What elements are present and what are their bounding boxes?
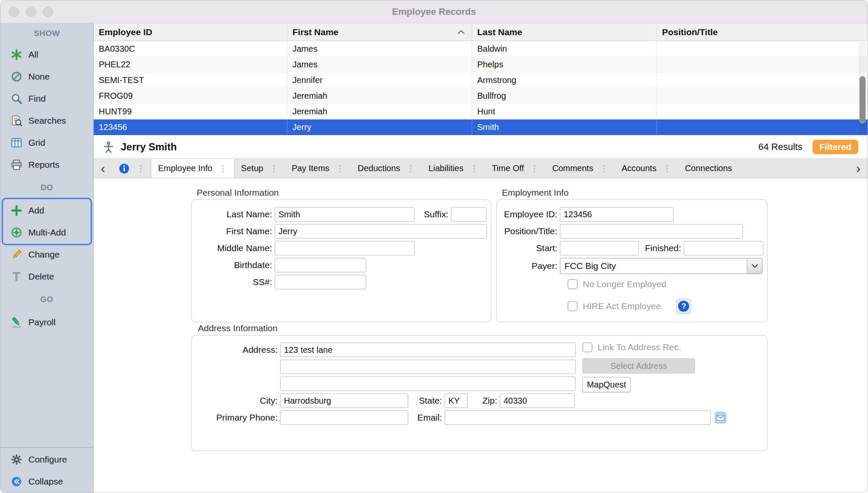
email-app-icon[interactable] [714,411,727,424]
start-date-field[interactable] [560,241,639,255]
tab-menu-dots-icon[interactable] [470,163,478,174]
no-longer-employed-checkbox[interactable] [568,279,578,289]
table-row[interactable]: HUNT99 Jeremiah Hunt [94,104,868,119]
sidebar-item-find[interactable]: Find [0,88,93,110]
column-header-last-name[interactable]: Last Name [472,23,657,41]
sidebar-item-change[interactable]: Change [0,244,93,266]
tabs-scroll-left-button[interactable]: ‹ [94,159,112,178]
sidebar-item-label: Configure [28,454,67,465]
circle-slash-icon [10,70,23,83]
select-address-button[interactable]: Select Address [582,358,695,374]
mapquest-button[interactable]: MapQuest [582,377,631,392]
table-row[interactable]: PHEL22 James Phelps [94,57,868,72]
employee-id-field[interactable] [560,207,673,222]
titlebar[interactable]: Employee Records [0,0,868,23]
tab-record-info[interactable] [112,159,151,178]
sidebar-item-label: Delete [28,271,54,282]
double-chevron-left-circle-icon [10,475,23,488]
tab-menu-dots-icon[interactable] [270,163,278,174]
sidebar-item-grid[interactable]: Grid [0,132,93,154]
table-row[interactable]: FROG09 Jeremiah Bullfrog [94,88,868,104]
birthdate-field[interactable] [275,258,366,272]
table-row[interactable]: SEMI-TEST Jennifer Armstrong [94,72,868,88]
minimize-window-button[interactable] [26,7,36,17]
sidebar-item-searches[interactable]: Searches [0,110,93,132]
zip-field[interactable] [500,393,575,408]
address-line1-field[interactable] [280,343,576,357]
middle-name-field[interactable] [275,241,415,255]
tab-menu-dots-icon[interactable] [219,163,227,174]
tab-deductions[interactable]: Deductions [351,159,422,178]
middle-name-label: Middle Name: [192,243,272,253]
position-title-field[interactable] [560,224,743,238]
address-line3-field[interactable] [280,377,576,391]
sidebar-footer: Configure Collapse [0,447,93,493]
email-field[interactable] [445,410,711,425]
sidebar-item-add[interactable]: Add [0,199,93,222]
finished-date-field[interactable] [684,241,763,255]
tab-menu-dots-icon[interactable] [136,163,145,174]
tabs-scroll-right-button[interactable]: › [849,159,868,178]
table-header: Employee ID First Name Last Name Positio… [94,23,868,41]
primary-phone-label: Primary Phone: [192,413,278,423]
asterisk-icon [10,48,23,61]
tab-employee-info[interactable]: Employee Info [151,159,234,178]
sidebar-item-label: Payroll [28,317,56,327]
primary-phone-field[interactable] [280,410,408,425]
suffix-field[interactable] [451,207,487,222]
tab-menu-dots-icon[interactable] [530,163,539,174]
tab-menu-dots-icon[interactable] [600,163,608,174]
tab-menu-dots-icon[interactable] [663,163,671,174]
sidebar-item-label: Searches [28,116,66,126]
hire-act-help-button[interactable]: ? [676,299,691,314]
link-to-address-checkbox[interactable] [582,342,593,352]
sidebar-item-multi-add[interactable]: Multi-Add [0,222,93,244]
sidebar-item-configure[interactable]: Configure [0,449,93,471]
sidebar-item-label: All [28,50,38,60]
employment-info-group: Employee ID: Position/Title: Start: Fini… [496,199,768,322]
sidebar-item-delete[interactable]: Delete [0,266,93,288]
document-magnifier-icon [10,114,23,127]
sidebar-item-payroll[interactable]: Payroll [0,311,93,333]
ssn-label: SS#: [192,277,272,287]
column-header-first-name[interactable]: First Name [287,23,472,41]
zoom-window-button[interactable] [43,7,53,17]
column-header-employee-id[interactable]: Employee ID [94,23,287,41]
tab-pay-items[interactable]: Pay Items [285,159,351,178]
sidebar-item-reports[interactable]: Reports [0,154,93,176]
tab-menu-dots-icon[interactable] [336,163,344,174]
last-name-field[interactable] [275,207,415,222]
city-field[interactable] [280,393,408,408]
sidebar-item-label: Add [28,205,44,216]
state-field[interactable] [445,393,467,408]
column-header-position-title[interactable]: Position/Title [657,23,868,41]
ssn-field[interactable] [275,275,366,289]
sidebar-item-collapse[interactable]: Collapse [0,471,93,493]
close-window-button[interactable] [9,7,19,17]
tab-menu-dots-icon[interactable] [406,163,415,174]
letter-t-icon [10,270,23,283]
address-line2-field[interactable] [280,360,576,374]
scrollbar-thumb[interactable] [859,76,866,123]
sidebar-item-label: Grid [28,138,45,148]
tab-connections[interactable]: Connections [678,159,739,178]
circle-plus-icon [10,226,23,239]
tab-accounts[interactable]: Accounts [615,159,678,178]
sidebar-item-none[interactable]: None [0,66,93,88]
pencil-icon [10,248,23,261]
scrollbar-track[interactable] [859,42,866,134]
sidebar-item-all[interactable]: All [0,44,93,66]
tab-setup[interactable]: Setup [234,159,285,178]
tab-time-off[interactable]: Time Off [485,159,545,178]
table-row[interactable]: BA0330C James Baldwin [94,41,868,57]
hire-act-checkbox[interactable] [568,301,578,311]
first-name-field[interactable] [275,224,487,238]
sidebar-section-go: GO [0,288,93,311]
window-title: Employee Records [0,0,868,23]
chevron-down-icon[interactable] [747,258,762,274]
sidebar-item-label: Find [28,94,46,104]
payer-dropdown[interactable]: FCC Big City [560,258,762,274]
table-row-selected[interactable]: 123456 Jerry Smith [94,119,868,135]
tab-comments[interactable]: Comments [545,159,615,178]
tab-liabilities[interactable]: Liabilities [422,159,485,178]
